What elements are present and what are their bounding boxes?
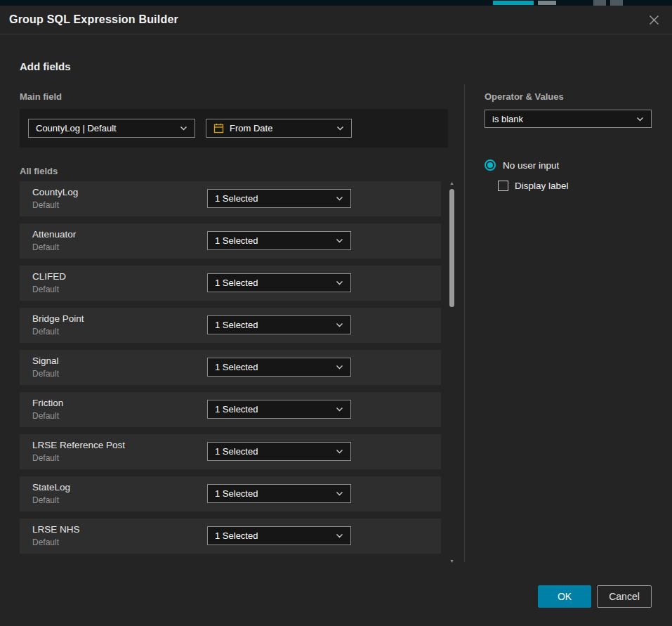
field-sublabel: Default <box>32 200 59 210</box>
main-field-panel: CountyLog | Default From Date <box>20 109 448 148</box>
field-selection-dropdown[interactable]: 1 Selected <box>207 484 351 503</box>
main-field-source-value: CountyLog | Default <box>36 123 117 133</box>
dialog-footer: OK Cancel <box>538 585 652 608</box>
field-row: Bridge Point Default 1 Selected <box>20 308 441 343</box>
calendar-icon <box>213 123 224 133</box>
field-selection-value: 1 Selected <box>215 488 258 499</box>
field-sublabel: Default <box>32 495 59 505</box>
field-row: LRSE NHS Default 1 Selected <box>20 519 441 554</box>
field-name: LRSE Reference Post <box>32 440 125 450</box>
field-name: CLIFED <box>32 271 66 282</box>
chevron-down-icon <box>180 126 187 131</box>
chevron-down-icon <box>336 322 343 327</box>
app-background-fragment <box>593 0 606 6</box>
field-name: StateLog <box>32 482 70 493</box>
close-icon <box>649 15 659 25</box>
operator-value: is blank <box>492 114 523 124</box>
all-fields-label: All fields <box>20 166 58 176</box>
field-sublabel: Default <box>32 537 59 547</box>
chevron-down-icon <box>336 365 343 370</box>
field-row: Friction Default 1 Selected <box>20 392 441 427</box>
field-selection-value: 1 Selected <box>215 530 258 541</box>
field-selection-dropdown[interactable]: 1 Selected <box>207 273 351 292</box>
no-user-input-radio[interactable]: No user input <box>485 159 559 171</box>
main-field-field-value: From Date <box>230 123 272 133</box>
field-selection-dropdown[interactable]: 1 Selected <box>207 315 351 334</box>
field-name: Friction <box>32 398 63 408</box>
field-selection-dropdown[interactable]: 1 Selected <box>207 400 351 419</box>
field-sublabel: Default <box>32 327 59 337</box>
chevron-down-icon <box>636 117 644 122</box>
field-sublabel: Default <box>32 453 59 463</box>
field-name: CountyLog <box>32 187 78 197</box>
field-name: Signal <box>32 356 59 366</box>
display-label-checkbox[interactable]: Display label <box>498 181 569 191</box>
group-sql-expression-builder-dialog: Group SQL Expression Builder Add fields … <box>0 6 672 626</box>
app-background-fragment <box>493 1 534 5</box>
field-row: StateLog Default 1 Selected <box>20 476 441 511</box>
main-field-field-dropdown[interactable]: From Date <box>206 119 352 138</box>
display-label-label: Display label <box>515 181 569 191</box>
field-row: CountyLog Default 1 Selected <box>20 181 441 216</box>
main-field-source-dropdown[interactable]: CountyLog | Default <box>28 119 195 138</box>
chevron-down-icon <box>336 491 343 496</box>
field-selection-value: 1 Selected <box>215 278 258 288</box>
field-selection-value: 1 Selected <box>215 193 258 204</box>
field-name: Bridge Point <box>32 313 84 324</box>
operator-dropdown[interactable]: is blank <box>485 110 652 128</box>
field-selection-value: 1 Selected <box>215 362 258 372</box>
fields-list-scrollbar: ▲ ▼ <box>447 180 457 565</box>
field-selection-dropdown[interactable]: 1 Selected <box>207 189 351 208</box>
chevron-down-icon <box>336 533 343 538</box>
main-field-label: Main field <box>20 91 62 102</box>
field-selection-value: 1 Selected <box>215 446 258 457</box>
scrollbar-down-arrow[interactable]: ▼ <box>447 558 457 565</box>
app-background-fragment <box>610 0 623 6</box>
chevron-down-icon <box>336 449 343 454</box>
field-sublabel: Default <box>32 369 59 379</box>
all-fields-list: CountyLog Default 1 Selected Attenuator … <box>20 181 441 561</box>
dialog-title: Group SQL Expression Builder <box>9 13 178 26</box>
field-sublabel: Default <box>32 411 59 421</box>
radio-selected-icon <box>485 159 496 171</box>
field-selection-dropdown[interactable]: 1 Selected <box>207 358 351 377</box>
field-selection-value: 1 Selected <box>215 235 258 246</box>
field-selection-dropdown[interactable]: 1 Selected <box>207 526 351 545</box>
field-row: Signal Default 1 Selected <box>20 350 441 385</box>
ok-button[interactable]: OK <box>538 585 591 608</box>
scrollbar-thumb[interactable] <box>449 189 454 307</box>
field-row: CLIFED Default 1 Selected <box>20 266 441 301</box>
chevron-down-icon <box>336 280 343 285</box>
field-selection-dropdown[interactable]: 1 Selected <box>207 442 351 461</box>
no-user-input-label: No user input <box>503 160 559 171</box>
field-selection-dropdown[interactable]: 1 Selected <box>207 231 351 250</box>
cancel-button[interactable]: Cancel <box>597 585 652 608</box>
field-row: Attenuator Default 1 Selected <box>20 223 441 259</box>
dialog-header: Group SQL Expression Builder <box>0 6 672 34</box>
field-name: LRSE NHS <box>32 524 80 535</box>
operator-values-label: Operator & Values <box>485 91 564 102</box>
chevron-down-icon <box>336 407 343 412</box>
field-sublabel: Default <box>32 242 59 252</box>
field-selection-value: 1 Selected <box>215 320 258 330</box>
field-name: Attenuator <box>32 229 76 240</box>
chevron-down-icon <box>336 238 343 243</box>
chevron-down-icon <box>336 196 343 201</box>
vertical-divider <box>464 84 465 562</box>
app-background-fragment <box>538 1 556 5</box>
add-fields-heading: Add fields <box>20 60 71 72</box>
field-sublabel: Default <box>32 285 59 294</box>
field-row: LRSE Reference Post Default 1 Selected <box>20 434 441 469</box>
field-selection-value: 1 Selected <box>215 404 258 415</box>
scrollbar-up-arrow[interactable]: ▲ <box>447 180 457 187</box>
chevron-down-icon <box>336 126 344 131</box>
close-button[interactable] <box>644 10 664 30</box>
checkbox-unchecked-icon <box>498 181 508 191</box>
